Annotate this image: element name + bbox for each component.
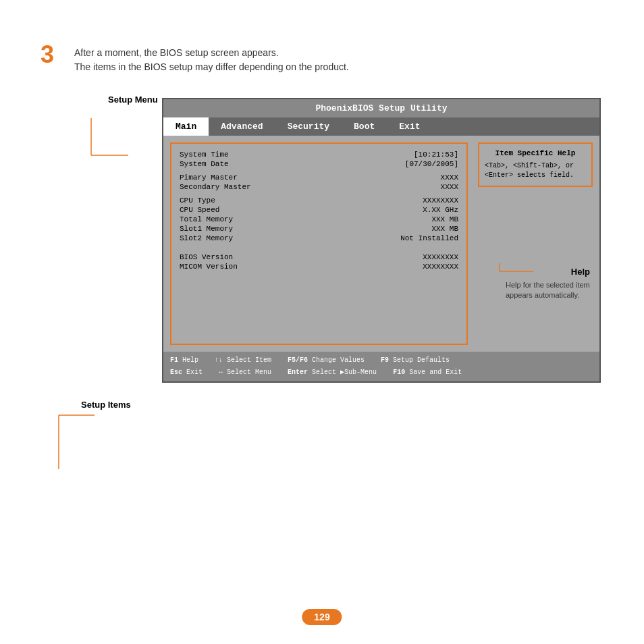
bios-main-panel: System Time [10:21:53] System Date [07/3… — [170, 142, 468, 345]
menu-item-exit[interactable]: Exit — [387, 117, 432, 136]
step-line1: After a moment, the BIOS setup screen ap… — [74, 46, 603, 60]
bios-menubar: Main Advanced Security Boot Exit — [163, 117, 599, 136]
page-number: 129 — [302, 609, 342, 625]
bios-row-slot1: Slot1 Memory XXX MB — [180, 225, 458, 233]
bios-row-cpuspeed: CPU Speed X.XX GHz — [180, 206, 458, 214]
footer-f5f6: F5/F6 Change Values — [288, 355, 365, 366]
step-text: After a moment, the BIOS setup screen ap… — [74, 41, 603, 74]
footer-esc: Esc Exit — [170, 367, 203, 378]
help-sublabel: Help for the selected item appears autom… — [506, 280, 603, 301]
setup-items-label: Setup Items — [81, 400, 131, 410]
bios-row-slot2: Slot2 Memory Not Installed — [180, 234, 458, 242]
bios-body: System Time [10:21:53] System Date [07/3… — [163, 136, 599, 352]
setup-menu-label: Setup Menu — [108, 95, 158, 105]
footer-updown: ↑↓ Select Item — [215, 355, 271, 366]
menu-item-security[interactable]: Security — [275, 117, 342, 136]
bios-right-panel: Item Specific Help <Tab>, <Shift-Tab>, o… — [475, 136, 599, 352]
diagram-area: Setup Menu PhoenixBIOS Setup Utility Mai… — [41, 98, 603, 383]
bios-row-primary: Pimary Master XXXX — [180, 173, 458, 182]
step-number: 3 — [41, 41, 54, 69]
help-box-title: Item Specific Help — [485, 149, 586, 157]
help-label: Help — [571, 267, 590, 277]
help-box-text: <Tab>, <Shift-Tab>, or <Enter> selects f… — [485, 161, 586, 180]
bios-row-systime: System Time [10:21:53] — [180, 151, 458, 159]
footer-f9: F9 Setup Defaults — [381, 355, 450, 366]
menu-item-main[interactable]: Main — [163, 117, 209, 136]
menu-item-advanced[interactable]: Advanced — [209, 117, 275, 136]
footer-lr: ↔ Select Menu — [219, 367, 271, 378]
bios-row-biosver: BIOS Version XXXXXXXX — [180, 253, 458, 261]
bios-title: PhoenixBIOS Setup Utility — [163, 99, 599, 117]
menu-item-boot[interactable]: Boot — [342, 117, 387, 136]
bios-left-panel: System Time [10:21:53] System Date [07/3… — [163, 136, 475, 352]
help-box: Item Specific Help <Tab>, <Shift-Tab>, o… — [478, 142, 593, 187]
bios-row-cputype: CPU Type XXXXXXXX — [180, 196, 458, 205]
footer-f10: F10 Save and Exit — [393, 367, 462, 378]
bios-row-sysdate: System Date [07/30/2005] — [180, 160, 458, 168]
bios-row-secondary: Secondary Master XXXX — [180, 183, 458, 191]
bios-row-totalmem: Total Memory XXX MB — [180, 215, 458, 223]
step-line2: The items in the BIOS setup may differ d… — [74, 60, 603, 74]
bios-screen: PhoenixBIOS Setup Utility Main Advanced … — [101, 98, 603, 383]
footer-f1: F1 Help — [170, 355, 198, 366]
bios-footer: F1 Help ↑↓ Select Item F5/F6 Change Valu… — [163, 352, 599, 381]
footer-enter: Enter Select ▶Sub-Menu — [288, 367, 377, 378]
bios-row-micomver: MICOM Version XXXXXXXX — [180, 263, 458, 271]
